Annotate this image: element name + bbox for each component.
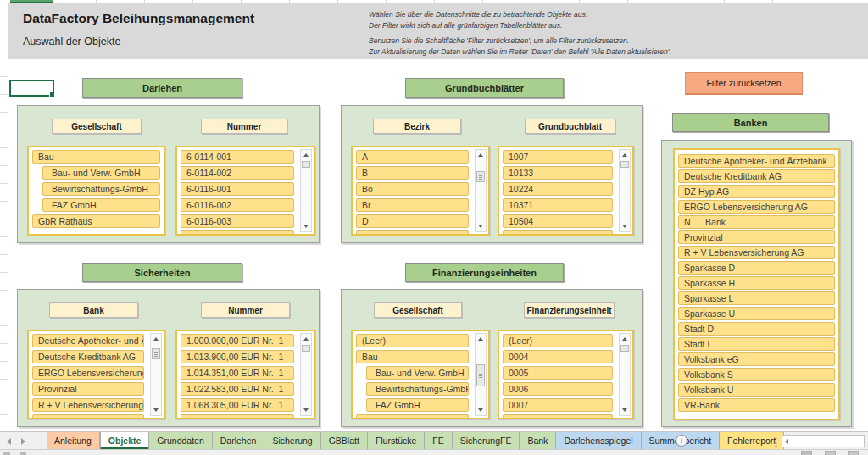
tab-scroll-left-icon[interactable] bbox=[5, 436, 14, 446]
slicer-item-bank[interactable]: VR-Bank bbox=[678, 398, 835, 412]
slicer-item-sicherheiten-bank[interactable]: Deutsche Kreditbank AG bbox=[32, 350, 144, 363]
slicer-item-bank[interactable]: Sparkasse U bbox=[678, 307, 835, 320]
slicer-item-sicherheiten-bank[interactable]: ERGO Lebensversicherung AG bbox=[32, 366, 144, 380]
scrollbar[interactable] bbox=[475, 149, 487, 232]
slicer-item-grundbuchblatt[interactable]: 1007 bbox=[503, 150, 613, 164]
slicer-item-darlehen-gesellschaft[interactable]: Bewirtschaftungs-GmbH bbox=[42, 182, 160, 196]
scroll-thumb[interactable] bbox=[152, 348, 160, 359]
slicer-item-bank[interactable]: Deutsche Apotheker- und Ärztebank bbox=[678, 154, 835, 168]
scroll-left-icon[interactable] bbox=[784, 438, 791, 445]
scroll-down-icon[interactable] bbox=[476, 406, 486, 415]
slicer-item-darlehen-gesellschaft[interactable]: Bau- und Verw. GmbH bbox=[42, 166, 160, 180]
view-layout-icon[interactable] bbox=[825, 451, 836, 455]
sheet-tab[interactable]: FE bbox=[425, 432, 452, 449]
scroll-thumb[interactable] bbox=[302, 161, 310, 168]
scroll-thumb[interactable] bbox=[620, 345, 629, 352]
slicer-item-grundbuchblatt[interactable]: 10371 bbox=[503, 198, 613, 212]
slicer-item-finanzierungseinheit[interactable]: 0004 bbox=[503, 350, 613, 363]
scroll-up-icon[interactable] bbox=[151, 334, 161, 343]
slicer-item-grundbuchblatt[interactable]: 10224 bbox=[503, 182, 613, 196]
sheet-tab[interactable]: SicherungFE bbox=[453, 432, 520, 449]
slicer-item-bank[interactable]: Volksbank eG bbox=[678, 352, 835, 366]
scroll-up-icon[interactable] bbox=[476, 334, 486, 343]
slicer-item-grundbuchblatt[interactable]: 10504 bbox=[503, 214, 613, 228]
sheet-tab[interactable]: Grunddaten bbox=[149, 432, 212, 449]
scroll-down-icon[interactable] bbox=[620, 406, 630, 415]
slicer-item-grundbuchblatt[interactable]: 10133 bbox=[503, 166, 613, 180]
scroll-up-icon[interactable] bbox=[620, 150, 630, 159]
scroll-down-icon[interactable] bbox=[151, 406, 161, 415]
scroll-thumb[interactable] bbox=[302, 345, 310, 352]
slicer-item-bank[interactable]: Sparkasse D bbox=[678, 261, 835, 275]
scroll-down-icon[interactable] bbox=[301, 406, 311, 415]
sheet-tab[interactable]: Darlehensspiegel bbox=[556, 432, 641, 449]
slicer-item-bezirk[interactable]: D bbox=[356, 214, 469, 228]
scrollbar[interactable] bbox=[300, 333, 312, 416]
slicer-item-sicherheiten-bank[interactable]: Provinzial bbox=[32, 382, 144, 396]
slicer-item-bezirk[interactable]: A bbox=[356, 150, 469, 164]
scroll-down-icon[interactable] bbox=[476, 222, 486, 231]
scroll-thumb[interactable] bbox=[476, 364, 485, 386]
new-sheet-button[interactable]: + bbox=[676, 435, 687, 447]
slicer-item-bank[interactable]: DZ Hyp AG bbox=[678, 185, 835, 198]
slicer-item-finanzierungseinheit[interactable]: 0007 bbox=[503, 398, 613, 412]
slicer-item-fe-gesellschaft[interactable]: (Leer) bbox=[356, 334, 469, 347]
sheet-tab[interactable]: Objekte bbox=[100, 432, 150, 449]
slicer-item-bank[interactable]: R + V Lebensversicherung AG bbox=[678, 246, 835, 259]
reset-filter-button[interactable]: Filter zurücksetzen bbox=[685, 72, 803, 94]
scrollbar[interactable] bbox=[150, 333, 162, 416]
slicer-item-bank[interactable]: Stadt L bbox=[678, 337, 835, 351]
slicer-item-fe-gesellschaft[interactable]: FAZ GmbH bbox=[366, 398, 469, 412]
slicer-item-bezirk[interactable]: Bö bbox=[356, 182, 469, 196]
slicer-item-bank[interactable]: Provinzial bbox=[678, 230, 835, 244]
scrollbar[interactable] bbox=[300, 149, 312, 232]
slicer-item-fe-gesellschaft[interactable]: Bau- und Verw. GmbH bbox=[366, 366, 469, 380]
slicer-item-sicherheiten-bank[interactable]: R + V Lebensversicherung AG bbox=[32, 398, 144, 412]
slicer-item-bank[interactable]: Volksbank U bbox=[678, 383, 835, 397]
tab-scroll-right-icon[interactable] bbox=[19, 436, 28, 446]
slicer-item-darlehen-nummer[interactable]: 6-0116-002 bbox=[181, 198, 294, 212]
sheet-tab[interactable]: Sicherung bbox=[264, 432, 320, 449]
slicer-item-sicherheiten-bank[interactable]: Deutsche Apotheker- und Är... bbox=[32, 334, 144, 347]
slicer-item-bank[interactable]: Deutsche Kreditbank AG bbox=[678, 169, 835, 183]
slicer-item-darlehen-gesellschaft[interactable]: GbR Rathaus bbox=[32, 214, 160, 228]
slicer-item-darlehen-gesellschaft[interactable]: FAZ GmbH bbox=[42, 198, 160, 212]
slicer-item-bank[interactable]: Sparkasse H bbox=[678, 276, 835, 290]
sheet-tab[interactable]: Bank bbox=[520, 432, 556, 449]
scroll-down-icon[interactable] bbox=[301, 222, 311, 231]
scroll-thumb[interactable] bbox=[476, 171, 485, 182]
slicer-item-darlehen-nummer[interactable]: 6-0114-002 bbox=[181, 166, 294, 180]
sheet-tab[interactable]: Anleitung bbox=[47, 432, 100, 449]
slicer-item-fe-gesellschaft[interactable]: Bewirtschaftungs-GmbH bbox=[366, 382, 469, 396]
scroll-up-icon[interactable] bbox=[620, 334, 630, 343]
view-normal-icon[interactable] bbox=[801, 451, 812, 455]
slicer-item-finanzierungseinheit[interactable]: 0006 bbox=[503, 382, 613, 396]
view-pagebreak-icon[interactable] bbox=[848, 451, 859, 455]
scroll-up-icon[interactable] bbox=[476, 150, 486, 159]
slicer-item-darlehen-nummer[interactable]: 6-0116-003 bbox=[181, 214, 294, 228]
slicer-item-bank[interactable]: Stadt D bbox=[678, 322, 835, 336]
slicer-item-bezirk[interactable]: Br bbox=[356, 198, 469, 212]
slicer-item-bezirk[interactable]: B bbox=[356, 166, 469, 180]
selected-cell[interactable] bbox=[9, 80, 54, 97]
scroll-up-icon[interactable] bbox=[301, 334, 311, 343]
sheet-tab[interactable]: GBBlatt bbox=[321, 432, 368, 449]
slicer-item-darlehen-nummer[interactable]: 6-0114-001 bbox=[181, 150, 294, 164]
slicer-item-sicherheiten-nummer[interactable]: 1.068.305,00 EUR Nr. 1 bbox=[181, 398, 294, 412]
slicer-item-darlehen-nummer[interactable]: 6-0116-001 bbox=[181, 182, 294, 196]
slicer-item-sicherheiten-nummer[interactable]: 1.000.000,00 EUR Nr. 1 bbox=[181, 334, 294, 347]
slicer-item-finanzierungseinheit[interactable]: (Leer) bbox=[503, 334, 613, 347]
sheet-tab[interactable]: Flurstücke bbox=[368, 432, 425, 449]
slicer-item-bank[interactable]: Volksbank S bbox=[678, 368, 835, 381]
scrollbar[interactable] bbox=[475, 333, 487, 416]
slicer-item-finanzierungseinheit[interactable]: 0005 bbox=[503, 366, 613, 380]
slicer-item-bank[interactable]: Sparkasse L bbox=[678, 291, 835, 305]
slicer-item-bank[interactable]: ERGO Lebensversicherung AG bbox=[678, 200, 835, 214]
horizontal-scrollbar[interactable] bbox=[782, 435, 865, 447]
scroll-thumb[interactable] bbox=[620, 161, 629, 168]
scroll-down-icon[interactable] bbox=[620, 222, 630, 231]
slicer-item-fe-gesellschaft[interactable]: Bau bbox=[356, 350, 469, 363]
slicer-item-sicherheiten-nummer[interactable]: 1.022.583,00 EUR Nr. 1 bbox=[181, 382, 294, 396]
slicer-item-bank[interactable]: N Bank bbox=[678, 215, 835, 229]
slicer-item-sicherheiten-nummer[interactable]: 1.013.900,00 EUR Nr. 1 bbox=[181, 350, 294, 363]
